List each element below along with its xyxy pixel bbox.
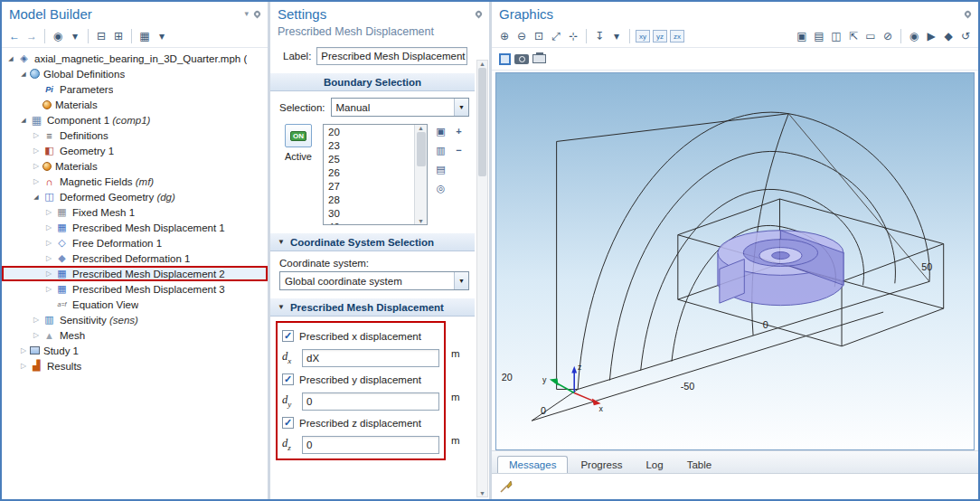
scroll-down-icon[interactable]: ▼: [418, 218, 424, 224]
tree-item-prescribed-mesh-displacement-1[interactable]: ▷Prescribed Mesh Displacement 1: [2, 220, 268, 235]
panel-menu-icon[interactable]: ▾: [244, 9, 249, 18]
select-box-icon[interactable]: [497, 51, 512, 67]
settings-scrollbar[interactable]: ▲ ▼: [476, 60, 488, 497]
active-toggle-button[interactable]: ON: [285, 124, 312, 147]
remove-icon[interactable]: −: [451, 143, 466, 157]
tree-item-equation-view[interactable]: Equation View: [2, 297, 268, 312]
tree-item-mesh[interactable]: ▷Mesh: [2, 327, 268, 343]
expand-arrow-icon[interactable]: ▷: [43, 269, 54, 278]
collapse-arrow-icon[interactable]: ◢: [31, 194, 42, 201]
tab-table[interactable]: Table: [676, 457, 723, 473]
prescribed-y-checkbox[interactable]: [282, 373, 294, 385]
tree-item-results[interactable]: ▷Results: [2, 358, 268, 373]
view-zx-icon[interactable]: zx: [670, 30, 684, 43]
expand-all-icon[interactable]: ⊞: [111, 28, 126, 44]
pmd-section-header[interactable]: ▼ Prescribed Mesh Displacement: [270, 298, 475, 317]
view-xy-icon[interactable]: xy: [636, 30, 650, 43]
go-to-default-view-icon[interactable]: ↧: [592, 28, 607, 44]
scroll-thumb[interactable]: [417, 132, 426, 166]
collapse-arrow-icon[interactable]: ◢: [5, 55, 16, 62]
expand-arrow-icon[interactable]: ▷: [43, 285, 54, 293]
scroll-down-icon[interactable]: ▼: [479, 490, 485, 496]
caret-icon[interactable]: ▾: [609, 28, 624, 44]
collapse-arrow-icon[interactable]: ◢: [18, 117, 29, 124]
back-icon[interactable]: ←: [7, 28, 22, 44]
list-scrollbar[interactable]: ▲ ▼: [414, 125, 427, 224]
tab-log[interactable]: Log: [635, 457, 674, 473]
expand-arrow-icon[interactable]: ▷: [31, 177, 42, 185]
tree-item-prescribed-deformation-1[interactable]: ▷Prescribed Deformation 1: [2, 250, 268, 266]
pin-icon[interactable]: [253, 9, 262, 18]
pin-icon[interactable]: [475, 9, 484, 18]
tab-progress[interactable]: Progress: [570, 457, 633, 473]
dx-input[interactable]: dX: [302, 349, 439, 367]
boundary-list-item[interactable]: 26: [324, 166, 414, 180]
expand-arrow-icon[interactable]: ▷: [43, 239, 54, 247]
new-selection-icon[interactable]: ▣: [433, 124, 448, 138]
image-browser-icon[interactable]: ▤: [812, 28, 826, 44]
prescribed-x-checkbox[interactable]: [282, 330, 294, 342]
tree-item-parameters[interactable]: Parameters: [2, 81, 268, 97]
expand-arrow-icon[interactable]: ▷: [31, 147, 42, 155]
tree-item-deformed-geometry[interactable]: ◢Deformed Geometry (dg): [2, 189, 268, 204]
boundary-list-item[interactable]: 25: [324, 153, 414, 166]
zoom-in-icon[interactable]: ⊕: [497, 28, 512, 44]
boundary-list-item[interactable]: 23: [324, 139, 414, 153]
boundary-list-item[interactable]: 28: [324, 194, 414, 207]
expand-arrow-icon[interactable]: ▷: [18, 362, 29, 370]
tree-item-materials[interactable]: Materials: [2, 97, 268, 112]
boundary-selection-section-header[interactable]: Boundary Selection: [270, 72, 475, 91]
expand-arrow-icon[interactable]: ▷: [43, 254, 54, 262]
zoom-extents-icon[interactable]: ⤢: [549, 28, 563, 44]
tree-item-free-deformation-1[interactable]: ▷Free Deformation 1: [2, 235, 268, 250]
tree-item-study-1[interactable]: ▷Study 1: [2, 343, 268, 358]
caret-icon[interactable]: ▾: [68, 28, 82, 44]
expand-arrow-icon[interactable]: ▷: [31, 331, 42, 339]
tree-item-sensitivity[interactable]: ▷Sensitivity (sens): [2, 312, 268, 327]
tree-item-definitions[interactable]: ▷Definitions: [2, 128, 268, 143]
tree-item-prescribed-mesh-displacement-2[interactable]: ▷Prescribed Mesh Displacement 2: [2, 266, 268, 281]
prescribed-z-checkbox[interactable]: [282, 417, 294, 429]
model-grid-icon[interactable]: ▦: [137, 28, 152, 44]
coordinate-system-dropdown[interactable]: Global coordinate system ▼: [279, 271, 469, 290]
tree-item-geometry-1[interactable]: ▷Geometry 1: [2, 143, 268, 158]
plot-settings-icon[interactable]: ◆: [941, 28, 956, 44]
pan-icon[interactable]: ⊹: [566, 28, 580, 44]
copy-image-icon[interactable]: ▣: [795, 28, 809, 44]
expand-arrow-icon[interactable]: ▷: [43, 208, 54, 216]
print-icon[interactable]: ▭: [863, 28, 878, 44]
coordinate-section-header[interactable]: ▼ Coordinate System Selection: [270, 232, 475, 251]
export-image-icon[interactable]: ⇱: [846, 28, 861, 44]
pin-icon[interactable]: [964, 9, 973, 18]
tree-item-materials[interactable]: ▷Materials: [2, 158, 268, 174]
boundary-list-item[interactable]: 27: [324, 180, 414, 194]
tab-messages[interactable]: Messages: [497, 456, 568, 473]
dy-input[interactable]: 0: [302, 392, 439, 411]
expand-arrow-icon[interactable]: ▷: [43, 223, 54, 232]
add-icon[interactable]: +: [451, 124, 466, 138]
expand-arrow-icon[interactable]: ▷: [31, 316, 42, 324]
tree-item-axial-magnetic-bearing-in-3d-quarter-mph[interactable]: ◢axial_magnetic_bearing_in_3D_Quarter.mp…: [2, 51, 268, 66]
3d-model-view[interactable]: 500-50200zyx: [496, 73, 974, 449]
boundary-list-item[interactable]: 30: [324, 207, 414, 221]
print-figure-icon[interactable]: [532, 51, 546, 67]
collapse-arrow-icon[interactable]: ◢: [18, 71, 29, 78]
window-layout-icon[interactable]: ◫: [829, 28, 843, 44]
expand-arrow-icon[interactable]: ▷: [31, 131, 42, 139]
tree-item-global-definitions[interactable]: ◢Global Definitions: [2, 66, 268, 81]
deselect-icon[interactable]: ⊘: [881, 28, 895, 44]
graphics-viewport[interactable]: 500-50200zyx: [495, 72, 975, 450]
tree-item-magnetic-fields[interactable]: ▷Magnetic Fields (mf): [2, 174, 268, 189]
forward-icon[interactable]: →: [24, 28, 39, 44]
tree-item-prescribed-mesh-displacement-3[interactable]: ▷Prescribed Mesh Displacement 3: [2, 281, 268, 297]
camera-icon[interactable]: [514, 51, 529, 67]
caret-icon[interactable]: ▾: [155, 28, 169, 44]
zoom-to-selection-icon[interactable]: ◎: [433, 181, 448, 195]
snapshot-icon[interactable]: ◉: [907, 28, 921, 44]
paste-selection-icon[interactable]: ▤: [433, 162, 448, 176]
tree-item-fixed-mesh-1[interactable]: ▷Fixed Mesh 1: [2, 204, 268, 220]
animation-icon[interactable]: ▶: [924, 28, 938, 44]
dz-input[interactable]: 0: [302, 436, 439, 454]
boundary-list-item[interactable]: 20: [324, 126, 414, 139]
selected-bearing-geometry[interactable]: [718, 231, 843, 306]
